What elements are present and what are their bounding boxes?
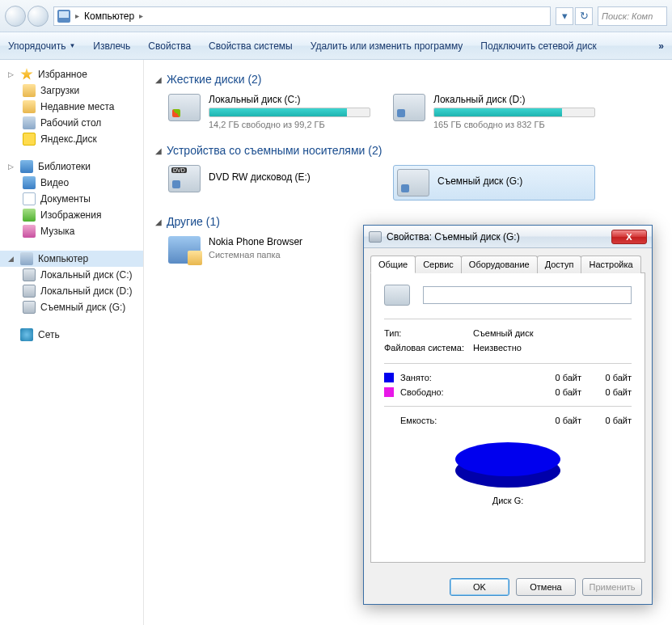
properties-dialog: Свойства: Съемный диск (G:) X Общие Серв… (363, 225, 653, 605)
yandex-icon (23, 133, 36, 146)
sidebar-desktop[interactable]: Рабочий стол (0, 115, 143, 131)
sidebar-computer[interactable]: ◢Компьютер (0, 251, 143, 267)
used-label: Занято: (400, 373, 531, 382)
sidebar-network[interactable]: Сеть (0, 327, 143, 343)
uninstall-program-button[interactable]: Удалить или изменить программу (311, 40, 463, 52)
tab-access[interactable]: Доступ (537, 255, 582, 273)
drive-c-label: Локальный диск (C:) (40, 269, 133, 281)
sidebar-documents[interactable]: Документы (0, 191, 143, 207)
capacity-human: 0 байт (581, 416, 632, 425)
sidebar-drive-g[interactable]: Съемный диск (G:) (0, 299, 143, 315)
item-type: Системная папка (209, 250, 302, 260)
sidebar-drive-d[interactable]: Локальный диск (D:) (0, 283, 143, 299)
item-name: Nokia Phone Browser (209, 236, 302, 247)
music-icon (23, 225, 36, 238)
sidebar-downloads[interactable]: Загрузки (0, 82, 143, 99)
breadcrumb-location[interactable]: Компьютер (84, 11, 134, 22)
drive-c[interactable]: Локальный диск (C:) 14,2 ГБ свободно из … (168, 94, 370, 129)
drive-icon (23, 301, 36, 314)
folder-icon (23, 84, 36, 97)
tab-settings[interactable]: Настройка (581, 255, 640, 273)
sidebar-recent[interactable]: Недавние места (0, 99, 143, 115)
removable-label: Устройства со съемными носителями (2) (167, 144, 382, 157)
fs-label: Файловая система: (384, 343, 473, 353)
yandex-label: Яндекс.Диск (40, 133, 97, 145)
ok-button[interactable]: OK (450, 578, 509, 596)
sidebar-libraries[interactable]: ▷Библиотеки (0, 158, 143, 175)
navigation-sidebar: ▷Избранное Загрузки Недавние места Рабоч… (0, 60, 144, 625)
drive-g[interactable]: Съемный диск (G:) (393, 165, 595, 201)
favorites-label: Избранное (38, 69, 87, 80)
capacity-bar (209, 108, 370, 117)
properties-button[interactable]: Свойства (148, 40, 191, 52)
dialog-titlebar[interactable]: Свойства: Съемный диск (G:) X (364, 226, 652, 248)
sidebar-favorites[interactable]: ▷Избранное (0, 66, 143, 82)
close-button[interactable]: X (611, 230, 647, 244)
back-button[interactable] (5, 6, 26, 27)
tab-service[interactable]: Сервис (415, 255, 462, 273)
computer-icon (57, 10, 70, 23)
drive-g-label: Съемный диск (G:) (40, 302, 125, 313)
computer-label: Компьютер (38, 253, 88, 264)
free-swatch (384, 387, 394, 397)
sidebar-music[interactable]: Музыка (0, 223, 143, 239)
desktop-icon (23, 116, 36, 129)
sidebar-yandex-disk[interactable]: Яндекс.Диск (0, 131, 143, 147)
video-icon (23, 176, 36, 189)
section-hard-drives[interactable]: ◢Жесткие диски (2) (155, 73, 661, 86)
drive-d-label: Локальный диск (D:) (40, 285, 133, 297)
breadcrumb[interactable]: ▸ Компьютер ▸ (53, 6, 551, 26)
drive-name: Съемный диск (G:) (437, 175, 591, 187)
downloads-label: Загрузки (40, 85, 79, 96)
drive-d[interactable]: Локальный диск (D:) 165 ГБ свободно из 8… (393, 94, 595, 129)
tab-hardware[interactable]: Оборудование (461, 255, 538, 273)
dvd-drive-icon (168, 165, 201, 192)
drive-label-input[interactable] (423, 286, 632, 304)
image-icon (23, 209, 36, 222)
sidebar-images[interactable]: Изображения (0, 207, 143, 223)
tab-general[interactable]: Общие (370, 255, 416, 273)
refresh-button[interactable]: ↻ (575, 7, 593, 25)
documents-label: Документы (40, 193, 91, 205)
capacity-bytes: 0 байт (531, 416, 581, 425)
search-input[interactable]: Поиск: Комп (598, 6, 667, 26)
history-dropdown[interactable]: ▾ (556, 7, 573, 25)
used-swatch (384, 373, 394, 382)
music-label: Музыка (40, 226, 74, 237)
drive-icon (384, 285, 410, 306)
capacity-fill (209, 108, 347, 116)
organize-label: Упорядочить (8, 40, 66, 52)
drive-icon (23, 285, 36, 298)
drive-dvd[interactable]: DVD RW дисковод (E:) (168, 165, 370, 201)
tab-pane-general: Тип:Съемный диск Файловая система:Неизве… (370, 273, 645, 563)
collapse-icon: ▷ (8, 163, 15, 171)
capacity-label: Емкость: (400, 416, 531, 425)
organize-menu[interactable]: Упорядочить▼ (8, 40, 75, 52)
recent-label: Недавние места (40, 101, 114, 112)
libraries-label: Библиотеки (38, 161, 91, 172)
sidebar-video[interactable]: Видео (0, 175, 143, 191)
other-label: Другие (1) (167, 215, 220, 228)
breadcrumb-arrow[interactable]: ▸ (139, 11, 143, 20)
extract-button[interactable]: Извлечь (93, 40, 130, 52)
toolbar-overflow[interactable]: » (658, 40, 664, 52)
chevron-down-icon: ▼ (69, 42, 75, 49)
drive-icon (393, 94, 425, 121)
drive-freespace: 165 ГБ свободно из 832 ГБ (433, 120, 595, 129)
apply-button[interactable]: Применить (582, 578, 642, 596)
address-bar: ▸ Компьютер ▸ ▾ ↻ Поиск: Комп (0, 0, 672, 32)
capacity-fill (434, 108, 562, 116)
map-network-drive-button[interactable]: Подключить сетевой диск (480, 40, 596, 52)
system-properties-button[interactable]: Свойства системы (209, 40, 293, 52)
free-human: 0 байт (581, 387, 632, 397)
drive-icon (369, 231, 382, 243)
drive-name: Локальный диск (C:) (209, 94, 370, 105)
video-label: Видео (40, 177, 69, 188)
forward-button[interactable] (27, 6, 49, 27)
section-removable[interactable]: ◢Устройства со съемными носителями (2) (155, 144, 661, 157)
computer-icon (20, 252, 33, 265)
type-label: Тип: (384, 328, 473, 338)
sidebar-drive-c[interactable]: Локальный диск (C:) (0, 267, 143, 283)
images-label: Изображения (40, 209, 101, 221)
cancel-button[interactable]: Отмена (516, 578, 576, 596)
